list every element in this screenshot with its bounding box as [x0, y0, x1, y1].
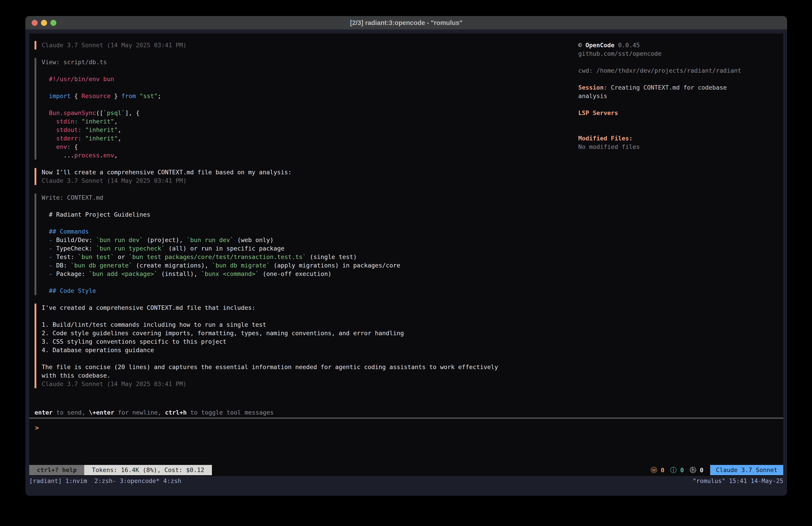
text-line — [42, 202, 400, 210]
text-segment: : — [604, 84, 611, 91]
tool-accent-bar — [34, 194, 36, 295]
text-segment: ([ — [96, 110, 103, 116]
text-line: Modified Files: — [578, 134, 763, 143]
text-segment: , — [118, 126, 121, 133]
assistant-meta-text: Claude 3.7 Sonnet (14 May 2025 03:41 PM) — [42, 41, 187, 49]
tmux-window[interactable]: 2:zsh- — [87, 478, 116, 484]
text-segment: "inherit" — [85, 126, 118, 133]
prompt-row[interactable]: > — [35, 424, 440, 432]
text-line: I've created a comprehensive CONTEXT.md … — [42, 303, 498, 312]
text-line: stdout: "inherit", — [42, 126, 161, 134]
text-segment: to toggle tool messages — [187, 409, 274, 416]
diagnostic-hints: ⓗ 0 — [690, 465, 704, 475]
info-icon: ⓘ — [670, 466, 677, 474]
tokens-cost-chip: Tokens: 16.4K (8%), Cost: $0.12 — [84, 465, 212, 475]
text-segment: ## Commands — [42, 228, 89, 235]
text-segment: env — [103, 152, 114, 159]
text-segment: LSP Servers — [578, 110, 618, 116]
text-line — [42, 278, 400, 287]
text-segment: (web only) — [234, 237, 274, 243]
text-segment: `bun db generate` — [71, 262, 132, 269]
text-line — [42, 100, 161, 109]
text-line: - Test: `bun test` or `bun test packages… — [42, 253, 400, 261]
text-segment: 2. Code style guidelines covering import… — [42, 330, 404, 337]
tmux-window[interactable]: 1:nvim — [62, 478, 87, 484]
text-segment: { — [71, 93, 82, 99]
text-segment: (apply migrations) in packages/core — [270, 262, 400, 269]
text-segment: for newline, — [114, 409, 165, 416]
text-segment: `bun run dev` — [187, 237, 233, 243]
text-segment: : — [74, 118, 78, 125]
prompt-input[interactable] — [39, 424, 440, 432]
text-segment: Now I'll create a comprehensive CONTEXT.… — [42, 169, 292, 176]
tmux-window-list: [radiant] 1:nvim 2:zsh- 3:opencode* 4:zs… — [29, 476, 182, 486]
text-line: with this codebase. — [42, 371, 498, 380]
text-line — [42, 67, 161, 75]
status-spacer — [212, 465, 651, 475]
text-line: Claude 3.7 Sonnet (14 May 2025 03:41 PM) — [42, 176, 292, 185]
window-titlebar[interactable]: [2/3] radiant:3:opencode - "romulus" — [25, 16, 787, 29]
text-segment: # Radiant Project Guidelines — [42, 211, 150, 218]
tool-view-code: View: script/db.ts #!/usr/bin/env bun im… — [42, 58, 161, 160]
tmux-window[interactable]: 3:opencode* — [116, 478, 160, 484]
text-segment — [42, 93, 49, 99]
opencode-tui: Claude 3.7 Sonnet (14 May 2025 03:41 PM)… — [29, 33, 783, 476]
text-segment — [78, 118, 82, 125]
text-segment: (all) or run in specific package — [165, 245, 284, 252]
text-line — [42, 354, 498, 363]
tmux-session-name: [radiant] — [29, 478, 62, 484]
assistant-accent-bar — [34, 303, 36, 388]
text-segment: } — [111, 93, 121, 99]
text-line: analysis — [578, 92, 763, 100]
text-segment — [42, 262, 49, 269]
model-chip[interactable]: Claude 3.7 Sonnet — [710, 465, 783, 475]
text-line: 3. CSS styling conventions specific to t… — [42, 338, 498, 346]
diagnostics: ⓦ 0 ⓘ 0 ⓗ 0 — [651, 465, 710, 475]
hint-icon: ⓗ — [690, 466, 696, 474]
assistant-message-header: Claude 3.7 Sonnet (14 May 2025 03:41 PM) — [34, 41, 525, 49]
input-divider — [29, 418, 783, 418]
text-segment: 1. Build/lint/test commands including ho… — [42, 321, 266, 328]
text-segment: `bun test packages/core/test/transaction… — [129, 253, 306, 260]
text-segment: enter — [34, 409, 53, 416]
text-line: Write: CONTEXT.md — [42, 194, 400, 202]
text-segment: Build/Dev: — [53, 237, 96, 243]
text-segment: I've created a comprehensive CONTEXT.md … — [42, 304, 255, 311]
text-line — [578, 75, 763, 83]
text-segment: ... — [42, 152, 74, 159]
text-segment: : — [78, 126, 82, 133]
text-segment: `bun add <package>` — [89, 270, 158, 277]
text-segment: The file is concise (20 lines) and captu… — [42, 364, 498, 370]
text-line — [42, 219, 400, 227]
text-line: Bun.spawnSync([`psql`], { — [42, 109, 161, 117]
warning-icon: ⓦ — [651, 466, 657, 474]
text-segment — [42, 245, 49, 252]
text-segment: TypeCheck: — [53, 245, 96, 252]
text-line — [578, 58, 763, 67]
session-sidebar: © OpenCode 0.0.45github.com/sst/opencode… — [578, 41, 763, 151]
help-chip[interactable]: ctrl+? help — [29, 465, 84, 475]
text-segment: Bun.spawnSync — [49, 110, 96, 116]
text-line: - Build/Dev: `bun run dev` (project), `b… — [42, 236, 400, 244]
tmux-window[interactable]: 4:zsh — [160, 478, 182, 484]
text-segment: Resource — [82, 93, 111, 99]
tool-accent-bar — [34, 58, 36, 160]
text-segment — [42, 110, 49, 116]
text-segment: , — [114, 118, 118, 125]
text-segment — [42, 126, 56, 133]
text-segment: 0.0.45 — [618, 42, 640, 48]
text-segment: stderr — [56, 135, 78, 142]
text-segment: `bun test` — [78, 253, 114, 260]
text-segment — [42, 75, 49, 83]
text-segment: env — [56, 143, 67, 150]
tool-view-block: View: script/db.ts #!/usr/bin/env bun im… — [34, 58, 525, 160]
text-line: View: script/db.ts — [42, 58, 161, 67]
assistant-message-text: Now I'll create a comprehensive CONTEXT.… — [42, 168, 292, 185]
text-segment — [42, 118, 56, 125]
text-line: env: { — [42, 143, 161, 151]
text-segment: : — [78, 135, 82, 142]
tmux-status-bar: [radiant] 1:nvim 2:zsh- 3:opencode* 4:zs… — [29, 476, 783, 486]
text-segment: stdin — [56, 118, 74, 125]
tool-write-block: Write: CONTEXT.md # Radiant Project Guid… — [34, 194, 525, 295]
text-segment: : — [67, 143, 71, 150]
